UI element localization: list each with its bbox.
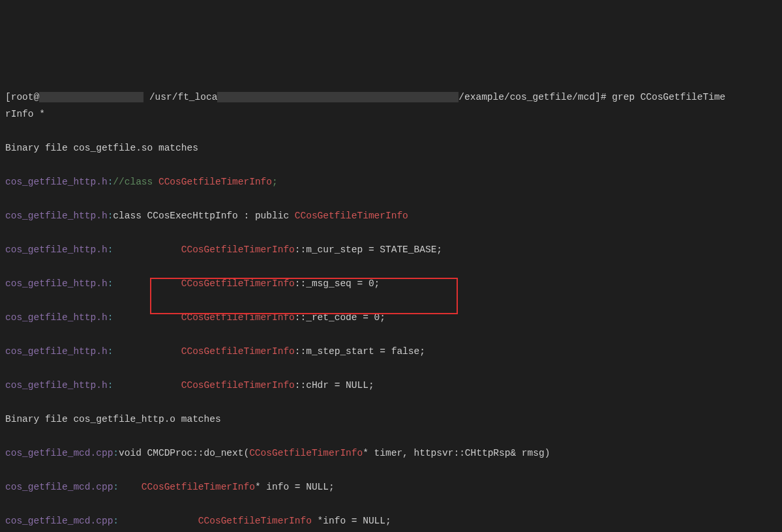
output-line: cos_getfile_http.h: CCosGetfileTimerInfo…	[5, 377, 777, 394]
redacted-host	[39, 92, 143, 102]
output-line: cos_getfile_http.h: CCosGetfileTimerInfo…	[5, 309, 777, 326]
redacted-path	[217, 92, 459, 102]
prompt-user: [root@	[5, 92, 39, 102]
terminal-output: [root@ /usr/ft_loca/example/cos_getfile/…	[5, 72, 777, 532]
output-line: cos_getfile_mcd.cpp: CCosGetfileTimerInf…	[5, 512, 777, 529]
output-line: cos_getfile_http.h: CCosGetfileTimerInfo…	[5, 241, 777, 258]
output-line: Binary file cos_getfile.so matches	[5, 140, 777, 156]
prompt-path-left: /usr/ft_loca	[143, 92, 217, 102]
command-cont: rInfo *	[5, 109, 45, 119]
output-line: cos_getfile_http.h://class CCosGetfileTi…	[5, 173, 777, 190]
output-line: cos_getfile_http.h:class CCosExecHttpInf…	[5, 207, 777, 224]
output-line: cos_getfile_mcd.cpp: CCosGetfileTimerInf…	[5, 479, 777, 495]
output-line: cos_getfile_mcd.cpp:void CMCDProc::do_ne…	[5, 445, 777, 462]
output-line: cos_getfile_http.h: CCosGetfileTimerInfo…	[5, 275, 777, 292]
output-line: Binary file cos_getfile_http.o matches	[5, 411, 777, 428]
prompt-path-right: /example/cos_getfile/mcd]#	[459, 92, 612, 102]
prompt-line: [root@ /usr/ft_loca/example/cos_getfile/…	[5, 89, 777, 123]
output-line: cos_getfile_http.h: CCosGetfileTimerInfo…	[5, 343, 777, 360]
command: grep CCosGetfileTime	[612, 92, 725, 102]
